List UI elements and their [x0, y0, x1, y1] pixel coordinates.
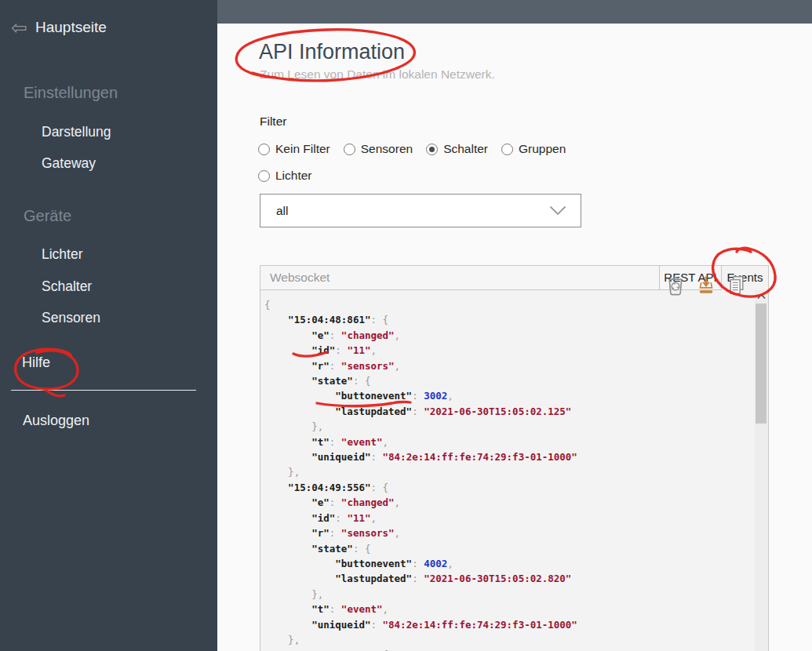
sidebar-item-hauptseite[interactable]: ⇦ Hauptseite [11, 17, 107, 38]
sidebar-divider [11, 390, 196, 391]
sidebar-section-geraete: Geräte [24, 207, 71, 225]
sidebar-item-gateway[interactable]: Gateway [42, 155, 96, 172]
copy-log-icon[interactable] [726, 275, 747, 296]
sidebar-item-lichter[interactable]: Lichter [42, 246, 83, 263]
filter-radio-row-2: Lichter [258, 169, 312, 183]
api-console-panel: Websocket REST API Events [260, 265, 769, 651]
radio-option-label: Lichter [275, 169, 312, 183]
radio-option-label: Sensoren [361, 142, 413, 156]
dropdown-selected-value: all [276, 204, 549, 218]
scroll-up-icon[interactable] [756, 292, 766, 301]
page-subtitle: Zum Lesen von Daten im lokalen Netzwerk. [260, 67, 495, 82]
sidebar-item-hilfe[interactable]: Hilfe [22, 355, 50, 371]
trash-recycle-icon[interactable] [665, 275, 686, 296]
panel-title-websocket: Websocket [260, 266, 660, 289]
sidebar-back-label: Hauptseite [35, 19, 107, 36]
back-arrow-icon: ⇦ [11, 17, 27, 38]
scrollbar-thumb[interactable] [756, 304, 766, 424]
top-bar [217, 0, 812, 24]
websocket-event-log: { "15:04:48:861": { "e": "changed", "id"… [260, 289, 755, 651]
radio-option-kein-filter[interactable]: Kein Filter [258, 142, 330, 156]
radio-option-sensoren[interactable]: Sensoren [344, 142, 413, 156]
chevron-down-icon [549, 205, 566, 216]
download-icon[interactable] [696, 275, 716, 296]
device-dropdown[interactable]: all [260, 194, 581, 227]
radio-option-schalter[interactable]: Schalter [426, 142, 488, 156]
page-title: API Information [259, 40, 405, 64]
sidebar-item-darstellung[interactable]: Darstellung [42, 124, 111, 140]
sidebar: ⇦ Hauptseite Einstellungen Darstellung G… [0, 0, 217, 651]
sidebar-section-einstellungen: Einstellungen [24, 84, 118, 102]
phoscon-app: ⇦ Hauptseite Einstellungen Darstellung G… [0, 0, 812, 651]
sidebar-item-sensoren[interactable]: Sensoren [42, 310, 100, 326]
radio-option-gruppen[interactable]: Gruppen [501, 142, 566, 156]
radio-unselected-icon[interactable] [258, 170, 270, 182]
sidebar-item-ausloggen[interactable]: Ausloggen [23, 413, 89, 429]
filter-radio-row-1: Kein FilterSensorenSchalterGruppen [258, 142, 566, 156]
console-toolbar [665, 275, 747, 296]
console-scrollbar[interactable] [755, 289, 768, 651]
filter-label: Filter [260, 115, 286, 129]
sidebar-item-schalter[interactable]: Schalter [42, 278, 92, 295]
radio-option-label: Gruppen [519, 142, 566, 156]
radio-unselected-icon[interactable] [501, 144, 513, 155]
radio-option-lichter[interactable]: Lichter [258, 169, 312, 183]
radio-unselected-icon[interactable] [258, 144, 270, 155]
radio-unselected-icon[interactable] [344, 144, 355, 155]
radio-option-label: Kein Filter [275, 142, 330, 156]
radio-option-label: Schalter [443, 142, 488, 156]
radio-selected-icon[interactable] [426, 144, 438, 155]
